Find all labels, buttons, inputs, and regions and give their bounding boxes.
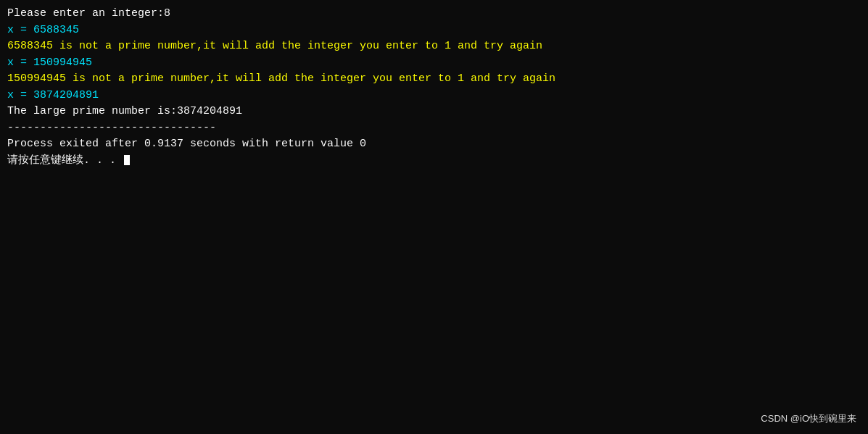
terminal-line: x = 150994945 xyxy=(7,55,861,72)
watermark: CSDN @iO快到碗里来 xyxy=(761,412,856,425)
terminal-line: 请按任意键继续. . . xyxy=(7,153,861,170)
cursor xyxy=(124,155,130,165)
terminal-line: Process exited after 0.9137 seconds with… xyxy=(7,136,861,153)
terminal-line: x = 3874204891 xyxy=(7,88,861,104)
terminal-line: x = 6588345 xyxy=(7,22,861,39)
terminal-line: Please enter an integer:8 xyxy=(7,6,861,22)
terminal-line: 6588345 is not a prime number,it will ad… xyxy=(7,38,861,55)
terminal-line: The large prime number is:3874204891 xyxy=(7,104,861,120)
terminal-line: 150994945 is not a prime number,it will … xyxy=(7,71,861,88)
terminal-window: Please enter an integer:8x = 65883456588… xyxy=(0,0,868,434)
terminal-line: -------------------------------- xyxy=(7,120,861,137)
